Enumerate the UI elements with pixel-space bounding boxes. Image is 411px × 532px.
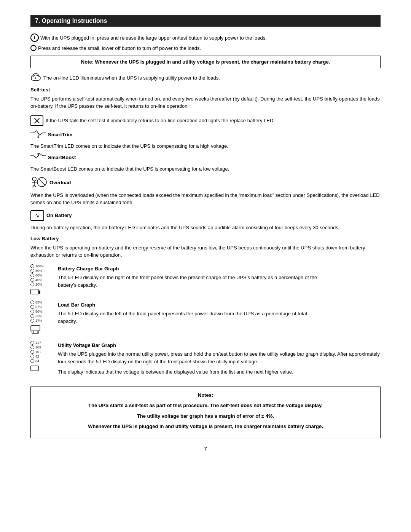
utility-led-1: 117 — [30, 341, 53, 345]
step2-text: Press and release the small, lower off b… — [38, 45, 201, 51]
battery-led-label-4: 40% — [35, 278, 42, 282]
load-led-3: 50% — [30, 310, 53, 313]
utility-led-label-1: 117 — [35, 341, 41, 345]
utility-led-label-3: 101 — [35, 350, 41, 354]
utility-led-4: 92 — [30, 355, 53, 358]
step1-icon: I — [30, 34, 39, 42]
overload-icon-row: Overload — [30, 177, 381, 189]
load-bar-section: 85% 67% 50% 33% 17% Load Bar — [30, 300, 381, 335]
utility-voltage-leds: 117 109 101 92 84 — [30, 341, 53, 371]
onbattery-section: On Battery During on-battery operation, … — [30, 210, 381, 232]
load-bar-leds: 85% 67% 50% 33% 17% — [30, 300, 53, 335]
load-led-label-1: 85% — [35, 300, 42, 304]
utility-led-dot-4 — [30, 355, 34, 358]
svg-line-3 — [33, 131, 37, 133]
svg-line-11 — [37, 153, 40, 158]
smarttrim-section: SmartTrim The SmartTrim LED comes on to … — [30, 130, 381, 150]
overload-section: Overload When the UPS is overloaded (whe… — [30, 177, 381, 206]
battery-led-3: 60% — [30, 273, 53, 277]
battery-led-5: 20% — [30, 283, 53, 286]
svg-point-1 — [35, 78, 36, 79]
svg-rect-23 — [31, 326, 40, 331]
load-bar-title: Load Bar Graph — [58, 301, 381, 309]
smartboost-section: SmartBoost The SmartBoost LED comes on t… — [30, 153, 381, 173]
battery-led-dot-4 — [30, 278, 34, 282]
svg-line-19 — [32, 185, 34, 187]
lowbattery-section: Low Battery When the UPS is operating on… — [30, 235, 381, 259]
overload-title: Overload — [49, 180, 71, 185]
battery-led-4: 40% — [30, 278, 53, 282]
notes-title: Notes: — [198, 392, 213, 398]
svg-line-12 — [40, 153, 43, 156]
notes-line3: The utility voltage bar graph has a marg… — [137, 413, 274, 419]
load-led-dot-4 — [30, 314, 34, 318]
notes-line2: The UPS starts a self-test as part of th… — [88, 403, 323, 408]
selftest-section: Self-test The UPS performs a self-test a… — [30, 86, 381, 110]
utility-led-5: 84 — [30, 359, 53, 363]
utility-small-icon — [30, 366, 39, 371]
load-bar-body: The 5-LED display on the left of the fro… — [58, 310, 381, 325]
lowbattery-body: When the UPS is operating on-battery and… — [30, 244, 381, 259]
utility-voltage-body: With the UPS plugged into the normal uti… — [58, 350, 381, 365]
load-led-label-5: 17% — [35, 319, 42, 323]
page-number: 7 — [30, 446, 381, 452]
battery-led-dot-2 — [30, 269, 34, 273]
online-led-row: The on-line LED illuminates when the UPS… — [30, 73, 381, 83]
onbattery-icon-row: On Battery — [30, 210, 381, 221]
battery-led-label-5: 20% — [35, 283, 42, 286]
load-led-2: 67% — [30, 305, 53, 309]
battery-led-label-1: 100% — [35, 264, 44, 268]
battery-charge-section: 100% 80% 60% 40% 20% Battery Charge Bar … — [30, 264, 381, 294]
note1-text: Note: Whenever the UPS is plugged in and… — [81, 59, 330, 65]
smarttrim-body: The SmartTrim LED comes on to indicate t… — [30, 142, 381, 150]
section-header: 7. Operating Instructions — [30, 15, 381, 27]
svg-rect-24 — [32, 331, 39, 333]
load-led-dot-3 — [30, 310, 34, 313]
load-led-label-3: 50% — [35, 310, 42, 313]
utility-led-label-2: 109 — [35, 345, 41, 349]
utility-led-3: 101 — [30, 350, 53, 354]
svg-line-20 — [34, 185, 36, 187]
battery-led-1: 100% — [30, 264, 53, 268]
utility-led-label-5: 84 — [35, 359, 39, 363]
utility-led-2: 109 — [30, 345, 53, 349]
onbattery-icon — [30, 210, 44, 221]
battery-led-label-3: 60% — [35, 273, 42, 277]
smartboost-icon — [30, 153, 46, 162]
load-led-4: 33% — [30, 314, 53, 318]
utility-voltage-display-text: The display indicates that the voltage i… — [58, 368, 381, 376]
svg-line-5 — [40, 133, 43, 135]
svg-line-10 — [33, 156, 37, 158]
overload-icon — [30, 177, 47, 189]
step1-text: With the UPS plugged in, press and relea… — [40, 35, 267, 41]
notes-bottom-box: Notes: The UPS starts a self-test as par… — [30, 387, 381, 438]
smartboost-title: SmartBoost — [48, 155, 76, 160]
load-led-label-2: 67% — [35, 305, 42, 309]
smartboost-icon-row: SmartBoost — [30, 153, 381, 162]
utility-led-dot-2 — [30, 345, 34, 349]
selftest-body: The UPS performs a self-test automatical… — [30, 95, 381, 110]
smarttrim-title: SmartTrim — [48, 132, 72, 137]
utility-led-label-4: 92 — [35, 355, 39, 358]
load-led-label-4: 33% — [35, 314, 42, 318]
battery-led-dot-5 — [30, 283, 34, 286]
battery-charge-leds: 100% 80% 60% 40% 20% — [30, 264, 53, 294]
utility-led-dot-3 — [30, 350, 34, 354]
step2-row: Press and release the small, lower off b… — [30, 45, 381, 51]
utility-voltage-content: Utility Voltage Bar Graph With the UPS p… — [58, 341, 381, 379]
battery-led-label-2: 80% — [35, 269, 42, 273]
load-led-dot-1 — [30, 300, 34, 304]
battery-charge-body1: The 5-LED display on the right of the fr… — [58, 274, 381, 289]
onbattery-body: During on-battery operation, the on-batt… — [30, 224, 381, 232]
section-title: 7. Operating Instructions — [35, 18, 107, 24]
onbattery-title: On Battery — [46, 212, 72, 218]
step2-icon — [30, 45, 37, 51]
battery-charge-title: Battery Charge Bar Graph — [58, 265, 381, 273]
ups-small-icon — [30, 325, 53, 335]
selftest-fail-row: If the UPS fails the self-test it immedi… — [30, 115, 381, 126]
battery-small-icon — [30, 289, 39, 294]
utility-led-dot-1 — [30, 341, 34, 345]
lowbattery-title: Low Battery — [30, 235, 381, 243]
replace-battery-icon — [30, 115, 43, 126]
battery-led-dot-3 — [30, 273, 34, 277]
